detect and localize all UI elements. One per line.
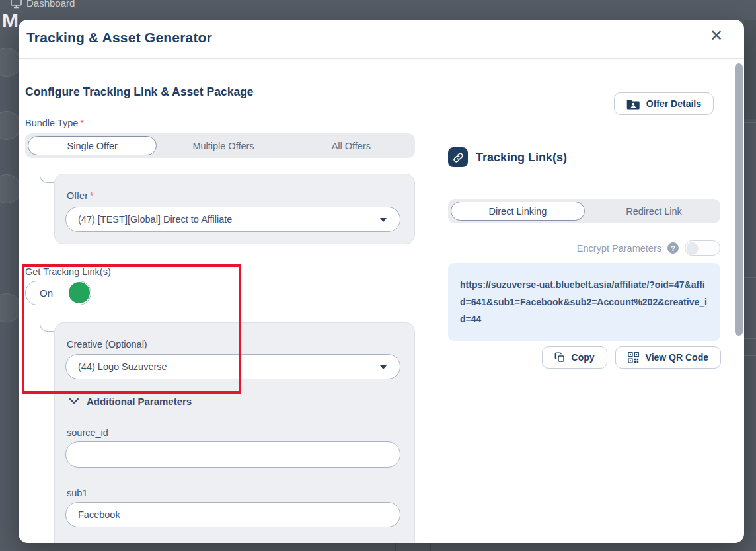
background-table-line [744, 338, 756, 339]
background-table-line [744, 355, 756, 356]
background-table-line [744, 122, 756, 123]
right-divider [448, 128, 720, 128]
copy-button[interactable]: Copy [542, 346, 607, 369]
monitor-icon [11, 0, 22, 9]
tracking-url-text: https://suzuverse-uat.bluebelt.asia/affi… [460, 279, 707, 324]
offer-card: Offer* (47) [TEST][Global] Direct to Aff… [54, 174, 415, 244]
creative-select-value: (44) Logo Suzuverse [78, 361, 167, 372]
background-table-line [395, 543, 396, 551]
creative-select[interactable]: (44) Logo Suzuverse [65, 354, 400, 379]
modal-scrollbar-thumb[interactable] [735, 63, 743, 336]
tracking-links-header: Tracking Link(s) [448, 147, 567, 167]
offer-select-value: (47) [TEST][Global] Direct to Affiliate [78, 214, 232, 225]
tracking-url-box[interactable]: https://suzuverse-uat.bluebelt.asia/affi… [448, 263, 720, 341]
source-id-input[interactable] [65, 441, 400, 468]
view-qr-code-label: View QR Code [646, 352, 708, 363]
tab-all-offers[interactable]: All Offers [287, 133, 415, 158]
background-page-heading: M [2, 9, 19, 32]
background-table-line [744, 423, 756, 423]
additional-parameters-toggle[interactable]: Additional Parameters [69, 396, 192, 407]
additional-parameters-label: Additional Parameters [87, 396, 192, 407]
offer-select[interactable]: (47) [TEST][Global] Direct to Affiliate [65, 207, 400, 232]
tree-connector [40, 305, 54, 332]
chevron-down-icon [69, 398, 79, 404]
close-icon[interactable]: ✕ [706, 25, 727, 46]
get-tracking-label: Get Tracking Link(s) [25, 266, 111, 277]
tracking-links-title: Tracking Link(s) [476, 151, 567, 165]
offer-details-label: Offer Details [646, 98, 701, 109]
configure-heading: Configure Tracking Link & Asset Package [25, 85, 254, 99]
modal-title: Tracking & Asset Generator [26, 30, 212, 46]
toggle-knob [687, 242, 698, 254]
bundle-type-tabs: Single Offer Multiple Offers All Offers [25, 133, 415, 158]
folder-account-icon [626, 98, 640, 110]
chevron-down-icon [380, 218, 387, 222]
tracking-asset-generator-modal: Tracking & Asset Generator ✕ Configure T… [19, 20, 744, 543]
link-icon [448, 147, 468, 167]
encrypt-parameters-row: Encrypt Parameters ? [448, 240, 720, 256]
tab-single-offer[interactable]: Single Offer [28, 136, 157, 155]
background-table-line [744, 48, 756, 48]
qr-code-icon [628, 352, 639, 363]
view-qr-code-button[interactable]: View QR Code [615, 346, 721, 369]
background-table-line [744, 277, 756, 278]
toggle-knob [69, 282, 90, 303]
copy-icon [554, 352, 565, 363]
background-table-line [430, 543, 431, 551]
breadcrumb-label: Dashboard [26, 0, 75, 9]
toggle-on-label: On [40, 287, 53, 299]
required-asterisk: * [80, 118, 84, 128]
tab-direct-linking[interactable]: Direct Linking [451, 202, 585, 221]
get-tracking-toggle[interactable]: On [25, 281, 91, 305]
background-table-line [744, 295, 756, 295]
chevron-down-icon [380, 365, 387, 369]
url-actions-row: Copy View QR Code [448, 346, 721, 369]
source-id-label: source_id [67, 427, 108, 438]
link-type-tabs: Direct Linking Redirect Link [448, 199, 720, 223]
offer-details-button[interactable]: Offer Details [614, 92, 714, 115]
creative-card: Creative (Optional) (44) Logo Suzuverse … [54, 322, 415, 543]
offer-label: Offer* [67, 190, 94, 201]
encrypt-parameters-label: Encrypt Parameters [577, 243, 662, 254]
header-divider [19, 58, 744, 59]
sub1-label: sub1 [67, 488, 87, 498]
background-table-line [0, 548, 756, 548]
tab-multiple-offers[interactable]: Multiple Offers [159, 133, 287, 158]
encrypt-parameters-toggle[interactable] [685, 240, 720, 256]
bundle-type-label: Bundle Type* [25, 118, 84, 128]
copy-label: Copy [572, 352, 595, 363]
help-icon[interactable]: ? [667, 242, 679, 254]
background-table-band [744, 20, 756, 119]
creative-label: Creative (Optional) [67, 339, 147, 349]
background-breadcrumb: Dashboard [11, 0, 75, 9]
required-asterisk: * [90, 190, 94, 201]
tree-connector [40, 158, 54, 183]
sub1-input[interactable] [65, 502, 400, 527]
tab-redirect-link[interactable]: Redirect Link [587, 199, 720, 223]
